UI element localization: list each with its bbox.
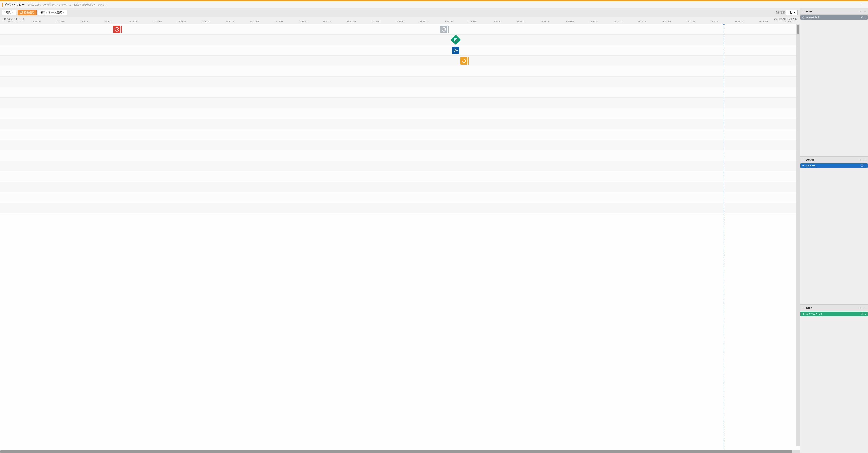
vertical-scrollbar[interactable] [796, 24, 800, 446]
time-tick: 14:54:00 [492, 20, 501, 23]
grip-icon[interactable]: ⋮⋮ [801, 306, 805, 309]
time-tick: 15:00:00 [565, 20, 574, 23]
chevron-down-icon: ▼ [12, 11, 14, 14]
timeline-end-label: 2024/05/15 15:18:35 [774, 18, 797, 20]
chevron-down-icon: ▼ [794, 11, 796, 14]
pattern-select-label: 表示パターン選択 [40, 11, 62, 14]
page-description: OASEに関する各種設定をメンテナンス（閲覧/登録/更新/廃止）できます。 [28, 3, 110, 7]
timeline-row [0, 161, 800, 171]
filter-panel: ⋮⋮ Filter ＋ ︿ request_limit⌄ [800, 8, 868, 157]
collapse-rule-button[interactable]: ︿ [864, 306, 867, 310]
time-tick: 15:08:00 [662, 20, 671, 23]
time-tick: 15:06:00 [638, 20, 646, 23]
timeline-row [0, 35, 800, 45]
timeline-start-label: 2024/05/15 14:12:35 [3, 18, 25, 20]
gear-icon [802, 164, 805, 167]
time-tick: 15:18:00 [783, 20, 792, 23]
add-rule-button[interactable]: ＋ [859, 306, 862, 310]
range-specify-label: 範囲指定 [24, 11, 34, 14]
svg-line-4 [117, 29, 118, 30]
time-range-dropdown[interactable]: 1時間 ▼ [2, 10, 16, 15]
diamond-icon [802, 313, 805, 316]
time-tick: 14:50:00 [444, 20, 453, 23]
chevron-down-icon: ▼ [63, 11, 65, 14]
svg-line-14 [457, 51, 457, 52]
timeline-body[interactable] [0, 24, 800, 450]
time-tick: 14:20:00 [81, 20, 89, 23]
event-bar [448, 26, 449, 33]
panel-item[interactable]: request_limit⌄ [800, 15, 868, 20]
svg-rect-7 [455, 39, 456, 40]
timeline-row [0, 108, 800, 119]
rule-panel-title: Rule [806, 306, 858, 309]
collapse-action-button[interactable]: ︿ [864, 158, 867, 162]
grip-icon[interactable]: ⋮⋮ [801, 10, 805, 13]
timeline-row [0, 24, 800, 35]
header-menu-button[interactable] [862, 3, 866, 7]
refresh-orange-event-icon[interactable] [460, 57, 467, 65]
add-action-button[interactable]: ＋ [859, 158, 862, 162]
collapse-filter-button[interactable]: ︿ [864, 9, 867, 13]
rule-panel-header: ⋮⋮ Rule ＋ ︿ [800, 305, 868, 311]
add-filter-button[interactable]: ＋ [859, 9, 862, 13]
time-tick: 14:58:00 [541, 20, 550, 23]
time-tick: 15:04:00 [614, 20, 622, 23]
page-header: イベントフロー OASEに関する各種設定をメンテナンス（閲覧/登録/更新/廃止）… [0, 1, 868, 8]
panel-item-label: request_limit [806, 16, 860, 19]
timeline-row [0, 77, 800, 87]
time-tick: 14:34:00 [250, 20, 258, 23]
filter-panel-title: Filter [806, 10, 858, 13]
timeline-row [0, 56, 800, 66]
time-tick: 14:46:00 [395, 20, 404, 23]
timeline-area: 1時間 ▼ 範囲指定 表示パターン選択 ▼ 自動更新 1秒 ▼ [0, 8, 800, 453]
timeline-row [0, 140, 800, 150]
edit-icon[interactable] [861, 164, 863, 167]
page-title: イベントフロー [4, 3, 25, 7]
time-tick: 14:24:00 [129, 20, 137, 23]
panel-item-label: scale-out [806, 164, 860, 167]
event-bar [121, 26, 122, 33]
chevron-down-icon[interactable]: ⌄ [864, 164, 866, 167]
action-panel: ⋮⋮ Action ＋ ︿ scale-out⌄ [800, 157, 868, 305]
refresh-interval-dropdown[interactable]: 1秒 ▼ [786, 10, 798, 15]
rule-panel: ⋮⋮ Rule ＋ ︿ スケールアウト⌄ [800, 305, 868, 453]
svg-point-8 [455, 50, 457, 51]
time-tick: 14:32:00 [226, 20, 234, 23]
action-panel-body: scale-out⌄ [800, 163, 868, 305]
panel-item[interactable]: scale-out⌄ [800, 163, 868, 168]
auto-refresh-label: 自動更新 [775, 11, 785, 14]
event-bar [468, 57, 469, 65]
svg-point-5 [442, 27, 446, 31]
timeline-row [0, 192, 800, 203]
diamond-green-event-icon[interactable] [451, 35, 461, 45]
time-range-labels: 2024/05/15 14:12:35 2024/05/15 15:18:35 [0, 17, 800, 20]
time-tick: 14:36:00 [274, 20, 283, 23]
timeline-row [0, 98, 800, 108]
edit-icon[interactable] [861, 16, 863, 19]
check-gray-event-icon[interactable] [440, 26, 447, 33]
edit-icon[interactable] [861, 313, 863, 316]
time-tick: 14:38:00 [299, 20, 307, 23]
gear-blue-event-icon[interactable] [452, 47, 459, 54]
action-panel-header: ⋮⋮ Action ＋ ︿ [800, 157, 868, 163]
chevron-down-icon[interactable]: ⌄ [864, 313, 866, 316]
check-circle-icon [802, 16, 805, 19]
time-tick: 14:14:00 [8, 20, 17, 23]
timeline-row [0, 119, 800, 129]
grip-icon[interactable]: ⋮⋮ [801, 158, 805, 161]
pattern-select-dropdown[interactable]: 表示パターン選択 ▼ [38, 10, 67, 15]
panel-item[interactable]: スケールアウト⌄ [800, 312, 868, 316]
time-tick: 14:30:00 [202, 20, 210, 23]
time-tick: 14:16:00 [32, 20, 40, 23]
time-tick: 15:10:00 [686, 20, 695, 23]
current-time-line [723, 24, 724, 450]
filter-panel-header: ⋮⋮ Filter ＋ ︿ [800, 8, 868, 15]
time-tick: 14:44:00 [371, 20, 380, 23]
time-tick: 14:56:00 [517, 20, 525, 23]
svg-line-27 [861, 165, 863, 166]
chevron-down-icon[interactable]: ⌄ [864, 16, 866, 19]
horizontal-scrollbar[interactable] [0, 450, 800, 453]
time-tick: 14:40:00 [323, 20, 331, 23]
clock-red-event-icon[interactable] [113, 26, 121, 33]
range-specify-button[interactable]: 範囲指定 [18, 10, 37, 15]
